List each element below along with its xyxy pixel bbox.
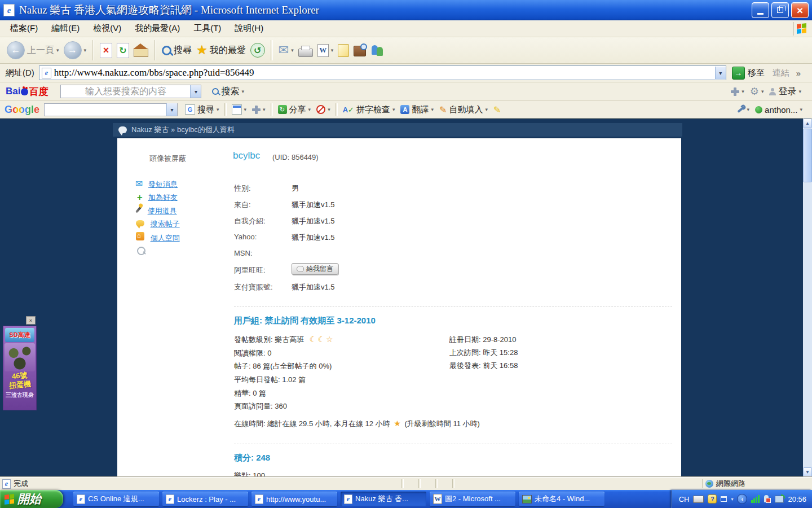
google-search-dropdown[interactable]	[217, 107, 219, 112]
messenger-tray-icon[interactable]	[764, 495, 771, 503]
ime-indicator[interactable]: CH	[679, 495, 690, 503]
signal-bars-icon[interactable]	[751, 495, 760, 503]
window-tray-icon[interactable]	[721, 496, 727, 502]
network-tray-icon[interactable]	[775, 496, 784, 503]
stop-button[interactable]	[98, 42, 114, 59]
task-paint[interactable]: 未命名4 - Wind...	[519, 492, 604, 506]
start-button[interactable]: 開始	[0, 490, 63, 508]
scroll-down-button[interactable]	[803, 467, 812, 477]
translate-dropdown[interactable]	[431, 107, 434, 112]
google-add-button[interactable]	[249, 106, 268, 114]
menu-file[interactable]: 檔案(F)	[3, 21, 45, 36]
spellcheck-button[interactable]: A 拼字檢查	[340, 104, 398, 115]
baidu-search-button[interactable]: 搜索	[209, 86, 247, 98]
send-message-link[interactable]: 發短消息	[135, 178, 178, 190]
history-button[interactable]	[248, 42, 267, 59]
add-friend-label[interactable]: 加為好友	[148, 193, 178, 202]
task-cs-online[interactable]: CS Online 違規...	[73, 492, 159, 506]
personal-space-link[interactable]: 個人空間	[136, 232, 180, 243]
google-account-button[interactable]: anthon...	[752, 105, 805, 115]
keyboard-icon[interactable]	[693, 496, 704, 503]
forward-button[interactable]: →	[61, 40, 89, 60]
task-word-doc[interactable]: 圖2 - Microsoft ...	[430, 492, 515, 506]
popup-blocker-dropdown[interactable]	[328, 107, 330, 112]
send-message-label[interactable]: 發短消息	[148, 180, 178, 189]
baidu-add-dropdown[interactable]	[742, 89, 744, 94]
search-button[interactable]: 搜尋	[160, 43, 194, 58]
refresh-button[interactable]	[114, 42, 131, 59]
google-input-dropdown[interactable]	[166, 103, 177, 116]
menu-tools[interactable]: 工具(T)	[187, 21, 228, 36]
add-friend-link[interactable]: 加為好友	[135, 192, 178, 203]
scroll-up-button[interactable]	[803, 119, 812, 128]
google-share-button[interactable]: 分享	[275, 104, 314, 115]
messenger-button[interactable]	[368, 43, 386, 58]
restore-button[interactable]	[771, 2, 789, 18]
spellcheck-dropdown[interactable]	[392, 107, 395, 112]
forward-dropdown-icon[interactable]	[84, 47, 87, 53]
use-item-label[interactable]: 使用道具	[148, 207, 177, 215]
task-nakuz-active[interactable]: Nakuz 樂古 香...	[341, 492, 426, 506]
help-tray-icon[interactable]	[708, 494, 717, 503]
account-dropdown[interactable]	[800, 107, 802, 112]
google-share-dropdown[interactable]	[308, 107, 311, 112]
go-icon[interactable]	[732, 67, 745, 80]
close-button[interactable]	[791, 2, 809, 18]
task-youtube[interactable]: http://www.youtu...	[251, 492, 337, 506]
toolbar-options-button[interactable]	[734, 107, 753, 112]
options-dropdown[interactable]	[747, 107, 750, 112]
translate-button[interactable]: 翻譯	[398, 104, 436, 115]
baidu-settings-button[interactable]	[747, 85, 767, 98]
minimize-button[interactable]	[752, 2, 769, 18]
menu-help[interactable]: 說明(H)	[228, 21, 270, 36]
autofill-dropdown[interactable]	[485, 107, 488, 112]
notes-button[interactable]	[336, 43, 351, 58]
misc-tool-icon[interactable]	[137, 247, 145, 255]
breadcrumb[interactable]: Nakuz 樂古 » bcylbc的個人資料	[131, 125, 235, 135]
ad-banner[interactable]: SD高達 46號 扭蛋機 三渣古現身	[3, 326, 37, 410]
mail-dropdown-icon[interactable]	[291, 47, 294, 53]
research-button[interactable]	[351, 43, 368, 58]
google-search-input[interactable]	[44, 103, 178, 116]
baidu-add-button[interactable]	[728, 87, 747, 96]
collapse-tray-icon[interactable]	[737, 494, 747, 504]
search-posts-label[interactable]: 搜索帖子	[151, 220, 180, 228]
menu-favorites[interactable]: 我的最愛(A)	[128, 21, 187, 36]
address-input[interactable]: http://www4.nakuz.com/bbs/space.php?uid=…	[39, 65, 726, 80]
tray-dropdown-icon[interactable]	[731, 497, 733, 502]
leave-message-button[interactable]: 給我留言	[292, 263, 338, 275]
autofill-button[interactable]: 自動填入	[436, 104, 491, 115]
google-add-dropdown[interactable]	[263, 107, 266, 112]
address-dropdown-button[interactable]	[715, 67, 726, 79]
task-lockerz[interactable]: Lockerz : Play - ...	[162, 492, 248, 506]
search-posts-link[interactable]: 搜索帖子	[136, 219, 180, 229]
menu-edit[interactable]: 編輯(E)	[45, 21, 86, 36]
back-button[interactable]: ← 上一頁	[5, 40, 61, 60]
baidu-input-dropdown[interactable]	[190, 85, 201, 98]
edit-dropdown-icon[interactable]	[331, 47, 334, 53]
home-button[interactable]	[131, 42, 151, 58]
personal-space-label[interactable]: 個人空間	[151, 234, 180, 242]
vertical-scrollbar[interactable]	[803, 119, 812, 477]
popup-blocker-button[interactable]	[314, 105, 333, 114]
google-window-dropdown[interactable]	[244, 107, 247, 112]
favorites-button[interactable]: 我的最愛	[194, 42, 248, 59]
ad-close-button[interactable]: ×	[26, 316, 36, 325]
baidu-search-input[interactable]: 输入想要搜索的内容	[60, 85, 201, 98]
use-item-link[interactable]: 使用道具	[138, 205, 177, 216]
scrollbar-thumb[interactable]	[803, 129, 812, 182]
menu-view[interactable]: 檢視(V)	[86, 21, 128, 36]
baidu-login-dropdown[interactable]	[798, 89, 801, 94]
back-dropdown-icon[interactable]	[56, 47, 59, 53]
google-search-button[interactable]: G 搜尋	[182, 104, 222, 115]
links-label[interactable]: 連結	[773, 68, 789, 78]
google-window-button[interactable]	[229, 104, 250, 115]
print-button[interactable]	[296, 43, 315, 58]
baidu-login-button[interactable]: 登录	[766, 86, 804, 98]
links-chevron-icon[interactable]	[796, 68, 801, 78]
edit-with-word-button[interactable]	[315, 43, 336, 58]
baidu-search-dropdown[interactable]	[241, 89, 244, 94]
go-label[interactable]: 移至	[748, 68, 765, 78]
mail-button[interactable]	[276, 42, 296, 59]
highlighter-button[interactable]	[491, 104, 504, 115]
